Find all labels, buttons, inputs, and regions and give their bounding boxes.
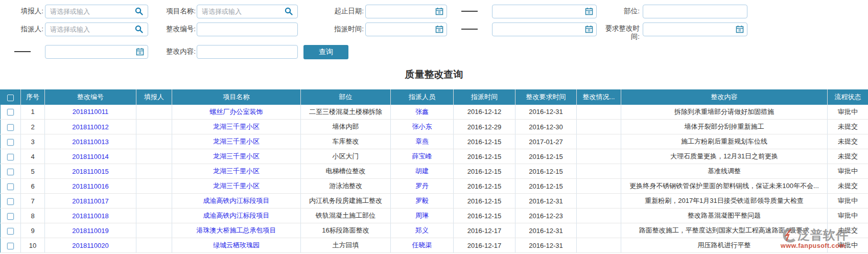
table-header-row: 序号 整改编号 填报人 项目名称 部位 指派人员 指派时间 整改要求时间 整改情… xyxy=(1,90,868,105)
assignee-link[interactable]: 章燕 xyxy=(415,137,429,145)
row-checkbox[interactable] xyxy=(7,183,14,190)
project-name-input[interactable] xyxy=(197,5,298,18)
rect-code-link[interactable]: 2018110020 xyxy=(72,242,108,249)
require-rect-time-input[interactable] xyxy=(643,22,747,36)
project-name-link[interactable]: 成渝高铁内江标段项目 xyxy=(203,197,270,204)
project-name-link[interactable]: 龙湖三千里小区 xyxy=(213,123,260,130)
query-button[interactable]: 查询 xyxy=(303,45,348,59)
col-seq: 序号 xyxy=(21,90,45,105)
col-content: 整改内容 xyxy=(621,90,828,105)
require-rect-time-label: 要求整改时间: xyxy=(599,25,640,38)
calendar-icon[interactable] xyxy=(736,25,744,33)
situation-cell xyxy=(577,120,621,134)
search-form: 填报人: 项目名称: 起止日期: 部位: 指派人: 整改编号: 指派时间: 要求… xyxy=(0,0,868,66)
content-cell: 重新粉刷，2017年1月31日接受铁道部领导质量大检查 xyxy=(621,194,828,209)
part-cell: 车库整改 xyxy=(301,134,391,149)
assignee-link[interactable]: 薛宝峰 xyxy=(412,152,432,160)
col-status: 流程状态 xyxy=(828,90,868,105)
row-checkbox[interactable] xyxy=(7,228,14,235)
col-situation: 整改情况... xyxy=(577,90,621,105)
assign-time-cell: 2016-12-12 xyxy=(454,105,515,120)
calendar-icon[interactable] xyxy=(585,7,593,15)
rect-code-link[interactable]: 2018110017 xyxy=(72,197,108,205)
require-time-cell: 2016-12-15 xyxy=(515,164,577,179)
page-title: 质量整改查询 xyxy=(0,68,868,81)
rect-content-input[interactable] xyxy=(197,45,298,59)
row-checkbox[interactable] xyxy=(7,109,14,116)
search-icon[interactable] xyxy=(135,25,143,33)
assignee-link[interactable]: 罗毅 xyxy=(415,197,429,204)
row-checkbox[interactable] xyxy=(7,139,14,146)
col-assign-time: 指派时间 xyxy=(454,90,515,105)
table-row: 52018110015龙湖三千里小区电梯槽位整改胡建2016-12-152016… xyxy=(1,164,868,179)
rect-code-link[interactable]: 2018110014 xyxy=(72,153,108,160)
seq-cell: 4 xyxy=(21,149,45,164)
calendar-icon[interactable] xyxy=(435,7,443,15)
content-cell: 墙体开裂部分刮掉重新施工 xyxy=(621,120,828,134)
rect-code-link[interactable]: 2018110015 xyxy=(72,168,108,175)
project-name-link[interactable]: 绿城云栖玫瑰园 xyxy=(213,241,260,249)
calendar-icon[interactable] xyxy=(585,25,593,33)
rect-code-input[interactable] xyxy=(197,22,298,36)
project-name-link[interactable]: 龙湖三千里小区 xyxy=(213,137,260,145)
project-name-link[interactable]: 螺丝厂办公室装饰 xyxy=(210,108,263,116)
assignee-link[interactable]: 周琳 xyxy=(415,212,429,219)
rect-content-label: 整改内容: xyxy=(148,45,196,58)
row-checkbox[interactable] xyxy=(7,243,14,249)
seq-cell: 10 xyxy=(21,238,45,253)
rect-code-link[interactable]: 2018110011 xyxy=(73,108,108,116)
row-checkbox[interactable] xyxy=(7,198,14,205)
assign-time-cell: 2016-12-15 xyxy=(454,209,515,223)
calendar-icon[interactable] xyxy=(136,48,144,56)
require-time-cell: 2016-12-31 xyxy=(515,238,577,253)
seq-cell: 3 xyxy=(21,134,45,149)
project-name-link[interactable]: 龙湖三千里小区 xyxy=(213,182,260,190)
select-all-checkbox[interactable] xyxy=(7,95,14,101)
rect-code-label: 整改编号: xyxy=(148,22,196,36)
assignee-link[interactable]: 任晓渠 xyxy=(412,241,432,249)
row-checkbox[interactable] xyxy=(7,124,14,131)
status-cell: 未提交 xyxy=(828,223,868,238)
assignee-link[interactable]: 罗丹 xyxy=(415,182,429,190)
rect-code-link[interactable]: 2018110013 xyxy=(72,138,108,146)
assignee-link[interactable]: 张小东 xyxy=(412,123,432,130)
date-range-start-input[interactable] xyxy=(365,5,447,18)
row-checkbox[interactable] xyxy=(7,213,14,220)
assign-time-end-input[interactable] xyxy=(492,22,597,36)
project-name-link[interactable]: 港珠澳大桥施工总承包项目 xyxy=(197,226,276,234)
assigner-input[interactable] xyxy=(45,22,148,36)
col-project-name: 项目名称 xyxy=(172,90,301,105)
seq-cell: 6 xyxy=(21,179,45,194)
assignee-link[interactable]: 胡建 xyxy=(415,167,429,175)
rect-code-link[interactable]: 2018110012 xyxy=(72,123,108,131)
table-row: 22018110012龙湖三千里小区墙体内部张小东2016-12-292016-… xyxy=(1,120,868,134)
rect-code-link[interactable]: 2018110016 xyxy=(72,182,108,190)
assignee-link[interactable]: 张鑫 xyxy=(415,108,429,116)
project-name-link[interactable]: 龙湖三千里小区 xyxy=(213,167,260,175)
calendar-icon[interactable] xyxy=(435,25,443,33)
table-body: 12018110011螺丝厂办公室装饰二至三楼混凝土楼梯拆除张鑫2016-12-… xyxy=(1,105,868,253)
range-dash xyxy=(14,51,31,52)
date-extra-input[interactable] xyxy=(45,45,148,59)
date-range-end-input[interactable] xyxy=(492,5,597,18)
rect-code-link[interactable]: 2018110019 xyxy=(72,227,108,235)
search-icon[interactable] xyxy=(285,7,293,15)
table-row: 62018110016龙湖三千里小区游泳池整改罗丹2016-12-152016-… xyxy=(1,179,868,194)
filler-label: 填报人: xyxy=(0,5,43,18)
content-cell: 用压路机进行平整 xyxy=(621,238,828,253)
assignee-link[interactable]: 郑义 xyxy=(415,226,429,234)
project-name-link[interactable]: 成渝高铁内江标段项目 xyxy=(203,212,270,219)
filler-input[interactable] xyxy=(45,5,148,18)
require-time-cell: 2017-01-27 xyxy=(515,134,577,149)
part-input[interactable] xyxy=(643,5,747,18)
project-name-link[interactable]: 龙湖三千里小区 xyxy=(213,152,260,160)
part-cell: 内江机务段房建施工整改 xyxy=(301,194,391,209)
search-icon[interactable] xyxy=(135,7,143,15)
table-row: 72018110017成渝高铁内江标段项目内江机务段房建施工整改罗毅2016-1… xyxy=(1,194,868,209)
row-checkbox[interactable] xyxy=(7,169,14,175)
assign-time-start-input[interactable] xyxy=(365,22,447,36)
situation-cell xyxy=(577,179,621,194)
rect-code-link[interactable]: 2018110018 xyxy=(72,212,108,220)
row-checkbox[interactable] xyxy=(7,154,14,160)
status-cell: 未提交 xyxy=(828,134,868,149)
